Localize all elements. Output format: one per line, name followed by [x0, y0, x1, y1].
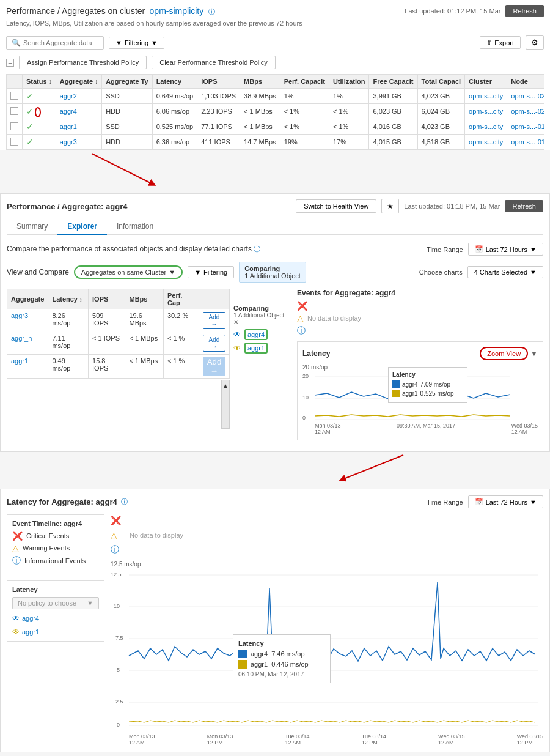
col-agg-perf[interactable]: Perf. Cap — [163, 289, 199, 309]
help-icon-explorer[interactable]: ⓘ — [254, 245, 260, 253]
row-node[interactable]: opm-s...-02 — [507, 104, 544, 119]
time-range-label: Time Range — [427, 246, 463, 253]
charts-select: Choose charts 4 Charts Selected ▼ — [419, 266, 543, 278]
no-data-text: No data to display — [307, 314, 361, 322]
tab-summary[interactable]: Summary — [7, 218, 57, 235]
chevron-down-icon-latency: ▼ — [530, 498, 537, 506]
row-checkbox[interactable] — [7, 89, 23, 104]
refresh-button-top[interactable]: Refresh — [505, 5, 544, 17]
row-cluster[interactable]: opm-s...city — [465, 104, 507, 119]
gear-button[interactable]: ⚙ — [526, 35, 544, 50]
filter-button[interactable]: ▼ Filtering ▼ — [109, 37, 164, 49]
row-free-cap: 4,015 GB — [369, 135, 417, 150]
row-node[interactable]: opm-s...-01 — [507, 135, 544, 150]
col-agg-iops[interactable]: IOPS — [89, 289, 125, 309]
filter-small-button[interactable]: ▼ Filtering — [188, 266, 234, 278]
select-all-checkbox[interactable]: – — [6, 59, 14, 67]
row-mbps: < 1 MBps — [240, 104, 280, 119]
info-dot: ⓘ — [111, 544, 119, 555]
eye-icon-aggr1[interactable]: 👁 — [233, 344, 241, 352]
compare-select[interactable]: Aggregates on same Cluster ▼ — [74, 265, 183, 279]
compare-row-latency: 7.11 ms/op — [48, 332, 89, 355]
col-agg-mbps[interactable]: MBps — [125, 289, 163, 309]
col-perf-cap[interactable]: Perf. Capacit — [280, 75, 329, 89]
col-status[interactable]: Status ↕ — [23, 75, 56, 89]
row-cluster[interactable]: opm-s...city — [465, 135, 507, 150]
col-type[interactable]: Aggregate Ty — [102, 75, 152, 89]
help-icon-top[interactable]: ⓘ — [208, 8, 215, 15]
compare-row-add[interactable]: Add → — [199, 309, 230, 332]
eye-icon-aggr4[interactable]: 👁 — [233, 330, 241, 339]
compare-row-name[interactable]: aggr1 — [7, 355, 48, 379]
aggr1-sidebar-link[interactable]: 👁 aggr1 — [12, 628, 99, 636]
col-total-cap[interactable]: Total Capaci — [417, 75, 465, 89]
table-row: ✓ aggr3 HDD 6.36 ms/op 411 IOPS 14.7 MBp… — [7, 135, 544, 150]
col-latency[interactable]: Latency — [152, 75, 197, 89]
arrow-area-2 — [0, 452, 550, 483]
search-input[interactable] — [23, 39, 97, 46]
cluster-link[interactable]: opm-simplicity — [150, 6, 204, 16]
close-comparing-icon[interactable]: ✕ — [233, 319, 238, 325]
col-node[interactable]: Node — [507, 75, 544, 89]
row-aggregate[interactable]: aggr3 — [56, 135, 101, 150]
help-icon-latency[interactable]: ⓘ — [121, 497, 128, 506]
row-latency: 0.525 ms/op — [152, 119, 197, 135]
policy-select-dropdown[interactable]: No policy to choose ▼ — [12, 597, 99, 609]
latency-tooltip-aggr4: aggr4 7.46 ms/op — [238, 650, 325, 658]
switch-health-button[interactable]: Switch to Health View — [296, 199, 376, 213]
row-cluster[interactable]: opm-s...city — [465, 119, 507, 135]
no-data-bottom: No data to display — [130, 532, 183, 539]
aggr4-sidebar-link[interactable]: 👁 aggr4 — [12, 614, 99, 623]
tab-information[interactable]: Information — [107, 218, 163, 235]
compare-table-row: aggr1 0.49 ms/op 15.8 IOPS < 1 MBps < 1 … — [7, 355, 230, 379]
compare-option-text: Aggregates on same Cluster — [81, 269, 166, 276]
clear-policy-button[interactable]: Clear Performance Threshold Policy — [152, 56, 275, 69]
latency-box-title: Latency — [12, 586, 99, 593]
compare-row-name[interactable]: aggr3 — [7, 309, 48, 332]
row-aggregate[interactable]: aggr4 — [56, 104, 101, 119]
latency-time-range-button[interactable]: 📅 Last 72 Hours ▼ — [468, 495, 543, 508]
compare-aggr4-label: aggr4 — [244, 329, 268, 340]
search-box[interactable]: 🔍 — [6, 36, 104, 50]
compare-item-aggr4: 👁 aggr4 — [233, 329, 287, 340]
row-aggregate[interactable]: aggr1 — [56, 119, 101, 135]
time-range-button[interactable]: 📅 Last 72 Hours ▼ — [468, 243, 543, 256]
col-free-cap[interactable]: Free Capacit — [369, 75, 417, 89]
col-agg-name[interactable]: Aggregate — [7, 289, 48, 309]
event-timeline-title: Event Timeline: aggr4 — [12, 520, 99, 527]
charts-button[interactable]: 4 Charts Selected ▼ — [468, 266, 543, 278]
compare-row-add[interactable]: Add → — [199, 332, 230, 355]
zoom-view-button[interactable]: Zoom View — [480, 347, 528, 360]
col-iops[interactable]: IOPS — [197, 75, 240, 89]
compare-row-add[interactable]: Add → — [199, 355, 230, 379]
export-button[interactable]: ⇧ Export — [480, 36, 521, 49]
row-type: HDD — [102, 104, 152, 119]
tooltip-value-aggr1: 0.446 ms/op — [271, 661, 309, 668]
row-aggregate[interactable]: aggr2 — [56, 89, 101, 104]
row-checkbox[interactable] — [7, 119, 23, 135]
compare-row-iops: < 1 IOPS — [89, 332, 125, 355]
col-mbps[interactable]: MBps — [240, 75, 280, 89]
chevron-down-icon-policy: ▼ — [87, 599, 94, 607]
col-cluster[interactable]: Cluster — [465, 75, 507, 89]
row-node[interactable]: opm-s...-02 — [507, 89, 544, 104]
comparing-panel-subtitle: 1 Additional Object ✕ — [233, 312, 287, 325]
col-aggregate[interactable]: Aggregate ↕ — [56, 75, 101, 89]
row-cluster[interactable]: opm-s...city — [465, 89, 507, 104]
star-button[interactable]: ★ — [381, 199, 399, 213]
row-node[interactable]: opm-s...-01 — [507, 119, 544, 135]
aggr4-link-text[interactable]: aggr4 — [22, 615, 39, 622]
row-iops: 77.1 IOPS — [197, 119, 240, 135]
tab-explorer[interactable]: Explorer — [57, 218, 107, 235]
view-compare-label: View and Compare — [7, 268, 69, 276]
row-type: SSD — [102, 89, 152, 104]
scroll-button[interactable]: ▲ — [221, 380, 230, 429]
col-agg-latency[interactable]: Latency ↕ — [48, 289, 89, 309]
row-checkbox[interactable] — [7, 135, 23, 150]
col-util[interactable]: Utilization — [329, 75, 369, 89]
compare-row-name[interactable]: aggr_h — [7, 332, 48, 355]
assign-policy-button[interactable]: Assign Performance Threshold Policy — [19, 56, 147, 69]
row-checkbox[interactable] — [7, 104, 23, 119]
aggr1-link-text[interactable]: aggr1 — [22, 628, 39, 636]
refresh-button-second[interactable]: Refresh — [505, 200, 543, 212]
